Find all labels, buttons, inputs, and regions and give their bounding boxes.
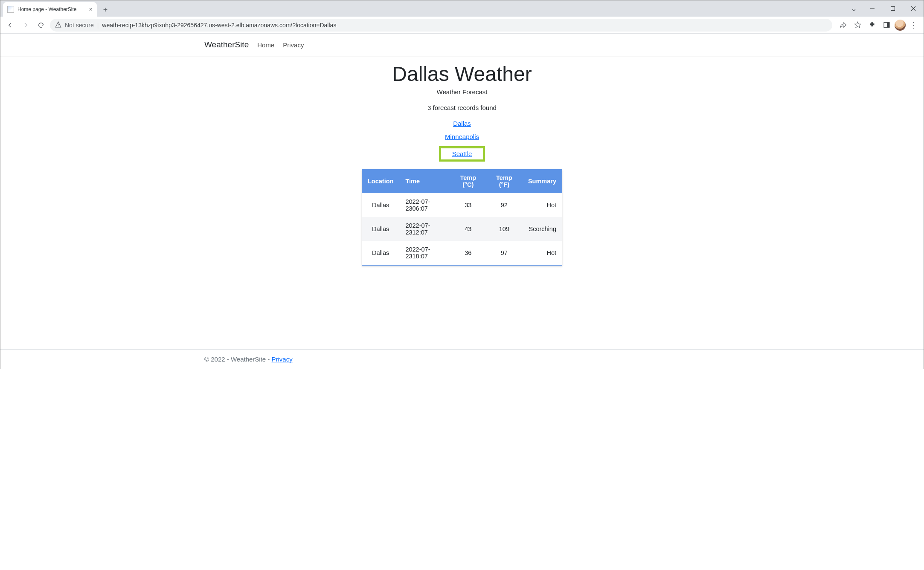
col-temp-f: Temp (°F) [486, 169, 522, 193]
highlighted-link-box: Seattle [439, 146, 485, 162]
svg-rect-7 [887, 23, 889, 27]
cell-temp-c: 43 [450, 217, 486, 241]
cell-location: Dallas [362, 193, 399, 217]
brand[interactable]: WeatherSite [204, 40, 249, 49]
col-temp-c: Temp (°C) [450, 169, 486, 193]
cell-location: Dallas [362, 217, 399, 241]
close-window-button[interactable] [904, 2, 923, 15]
new-tab-button[interactable]: + [99, 4, 111, 16]
table-row: Dallas2022-07-2312:0743109Scorching [362, 217, 562, 241]
cell-temp-f: 97 [486, 241, 522, 265]
link-minneapolis[interactable]: Minneapolis [445, 133, 479, 140]
main-content: Dallas Weather Weather Forecast 3 foreca… [0, 56, 924, 349]
cell-summary: Hot [522, 193, 562, 217]
col-summary: Summary [522, 169, 562, 193]
nav-privacy[interactable]: Privacy [283, 41, 304, 49]
tab-bar: Home page - WeatherSite × + ⌄ [0, 0, 924, 17]
link-dallas[interactable]: Dallas [453, 120, 471, 127]
toolbar: Not secure | weath-recip-13khzp9ixuhp3-2… [0, 17, 924, 34]
records-found: 3 forecast records found [427, 104, 497, 111]
cell-time: 2022-07-2318:07 [399, 241, 450, 265]
tab-title: Home page - WeatherSite [17, 6, 77, 12]
divider: | [97, 22, 99, 29]
toolbar-right: ⋮ [835, 19, 920, 32]
table-header-row: Location Time Temp (°C) Temp (°F) Summar… [362, 169, 562, 193]
browser-tab[interactable]: Home page - WeatherSite × [3, 2, 97, 17]
not-secure-label: Not secure [65, 22, 94, 29]
extensions-icon[interactable] [866, 19, 878, 32]
reload-button[interactable] [35, 19, 47, 32]
link-seattle[interactable]: Seattle [452, 150, 472, 157]
maximize-button[interactable] [883, 2, 902, 15]
cell-time: 2022-07-2312:07 [399, 217, 450, 241]
address-bar[interactable]: Not secure | weath-recip-13khzp9ixuhp3-2… [50, 19, 832, 32]
footer-copyright: © 2022 - WeatherSite - [204, 356, 272, 363]
share-icon[interactable] [837, 19, 849, 32]
window-controls: ⌄ [851, 0, 924, 17]
cell-temp-c: 36 [450, 241, 486, 265]
bookmark-star-icon[interactable] [851, 19, 864, 32]
page-title: Dallas Weather [392, 62, 532, 86]
table-row: Dallas2022-07-2306:073392Hot [362, 193, 562, 217]
forecast-table: Location Time Temp (°C) Temp (°F) Summar… [362, 169, 562, 266]
col-location: Location [362, 169, 399, 193]
table-row: Dallas2022-07-2318:073697Hot [362, 241, 562, 265]
browser-window: Home page - WeatherSite × + ⌄ [0, 0, 924, 369]
cell-temp-f: 92 [486, 193, 522, 217]
kebab-menu-icon[interactable]: ⋮ [907, 19, 920, 32]
forward-button[interactable] [19, 19, 32, 32]
site-footer: © 2022 - WeatherSite - Privacy [0, 349, 924, 369]
footer-privacy-link[interactable]: Privacy [272, 356, 293, 363]
chevron-down-icon[interactable]: ⌄ [851, 4, 857, 13]
cell-summary: Scorching [522, 217, 562, 241]
minimize-button[interactable] [863, 2, 882, 15]
not-secure-icon [55, 21, 61, 29]
back-button[interactable] [4, 19, 17, 32]
page: WeatherSite Home Privacy Dallas Weather … [0, 34, 924, 369]
url-text: weath-recip-13khzp9ixuhp3-292656427.us-w… [102, 22, 336, 29]
nav-home[interactable]: Home [257, 41, 274, 49]
col-time: Time [399, 169, 450, 193]
close-tab-icon[interactable]: × [89, 6, 93, 13]
side-panel-icon[interactable] [880, 19, 893, 32]
cell-location: Dallas [362, 241, 399, 265]
cell-temp-c: 33 [450, 193, 486, 217]
subtitle: Weather Forecast [437, 88, 488, 95]
svg-point-5 [58, 26, 58, 26]
profile-avatar[interactable] [895, 20, 906, 31]
favicon-icon [7, 6, 14, 13]
location-links: Dallas Minneapolis Seattle [439, 120, 485, 162]
svg-rect-1 [891, 7, 895, 11]
cell-temp-f: 109 [486, 217, 522, 241]
cell-summary: Hot [522, 241, 562, 265]
cell-time: 2022-07-2306:07 [399, 193, 450, 217]
site-header: WeatherSite Home Privacy [0, 34, 924, 56]
